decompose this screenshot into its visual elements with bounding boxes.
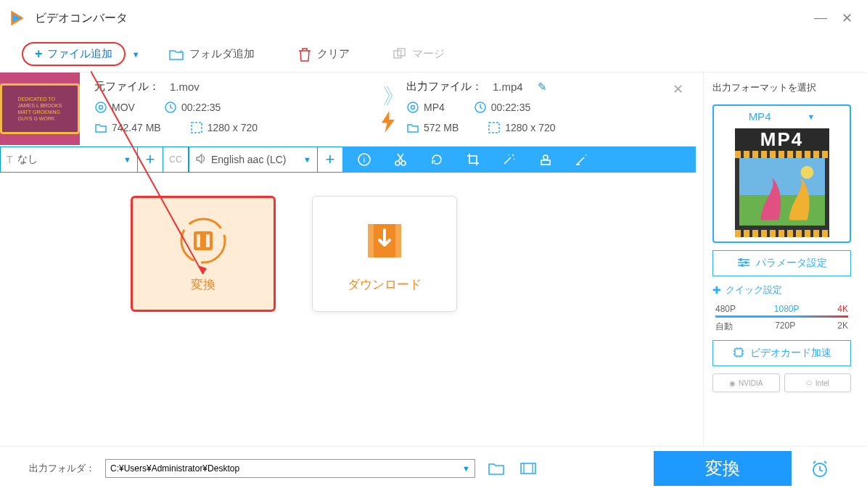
quick-settings-label: クイック設定	[726, 284, 782, 297]
format-preview: MP4	[735, 128, 829, 237]
quality-4k: 4K	[837, 304, 848, 314]
gpu-accel-label: ビデオカード加速	[750, 347, 831, 360]
chevron-down-icon: ▼	[123, 155, 131, 164]
svg-rect-19	[197, 234, 200, 247]
nvidia-label: NVIDIA	[739, 379, 763, 387]
svg-point-7	[408, 102, 418, 112]
remove-file-button[interactable]: ✕	[673, 81, 683, 97]
svg-point-14	[401, 161, 406, 165]
app-logo-icon	[7, 8, 28, 28]
source-file-name: 1.mov	[170, 80, 200, 93]
svg-rect-22	[368, 224, 374, 257]
add-audio-button[interactable]: +	[317, 146, 343, 173]
merge-button: マージ	[393, 47, 445, 61]
add-folder-button[interactable]: + フォルダ追加	[169, 47, 255, 61]
svg-rect-28	[735, 349, 742, 356]
quality-slider[interactable]: 480P 1080P 4K 自動 720P 2K	[712, 304, 851, 333]
svg-rect-18	[194, 231, 213, 250]
bolt-icon	[377, 111, 399, 136]
file-item: DEDICATED TOJAMES L BROOKSMATT GROENINGG…	[0, 73, 696, 145]
folder-icon	[406, 121, 419, 134]
svg-point-3	[96, 102, 106, 112]
nvidia-eye-icon: ◉	[729, 379, 736, 387]
cut-button[interactable]	[393, 152, 408, 167]
intel-label: Intel	[815, 379, 829, 387]
source-format: MOV	[112, 102, 135, 113]
folder-plus-icon: +	[169, 49, 184, 60]
conversion-arrow	[370, 80, 406, 141]
schedule-button[interactable]	[802, 451, 838, 486]
svg-point-27	[741, 264, 744, 267]
gpu-accel-button[interactable]: ビデオカード加速	[712, 340, 851, 366]
crop-button[interactable]	[466, 152, 480, 167]
open-folder-button[interactable]	[485, 459, 507, 478]
close-button[interactable]: ✕	[842, 10, 852, 26]
svg-rect-6	[192, 123, 202, 133]
plus-marker-icon: ✚	[712, 284, 721, 296]
svg-text:i: i	[363, 155, 365, 164]
disc-icon	[94, 101, 107, 114]
svg-rect-15	[541, 160, 550, 165]
resolution-icon	[190, 121, 203, 134]
subtitle-value: なし	[17, 153, 38, 166]
download-card[interactable]: ダウンロード	[312, 196, 457, 312]
video-thumbnail[interactable]: DEDICATED TOJAMES L BROOKSMATT GROENINGG…	[0, 73, 80, 145]
source-file-label: 元ファイル：	[94, 80, 160, 94]
bottom-bar: 出力フォルダ： C:¥Users¥Administrator¥Desktop ▼…	[0, 446, 867, 489]
plus-icon: +	[35, 46, 43, 62]
source-resolution: 1280 x 720	[207, 122, 258, 133]
subtitle-select[interactable]: T なし ▼	[0, 146, 138, 173]
download-card-label: ダウンロード	[348, 276, 422, 293]
parameter-settings-button[interactable]: パラメータ設定	[712, 250, 851, 276]
intel-icon: ⬭	[806, 379, 813, 387]
nvidia-chip: ◉ NVIDIA	[712, 373, 780, 392]
effects-button[interactable]	[502, 152, 517, 167]
watermark-button[interactable]	[538, 152, 553, 167]
folder-icon	[94, 121, 107, 134]
convert-icon	[178, 215, 229, 266]
svg-rect-20	[206, 234, 210, 247]
enhance-button[interactable]	[575, 152, 589, 167]
resolution-icon	[488, 121, 501, 134]
audio-select[interactable]: English aac (LC) ▼	[189, 146, 318, 173]
format-preview-label: MP4	[735, 128, 829, 151]
main-toolbar: + ファイル追加 ▼ + フォルダ追加 クリア マージ	[0, 36, 867, 73]
media-folder-button[interactable]	[517, 459, 539, 478]
selected-format: MP4	[749, 110, 771, 123]
source-size: 742.47 MB	[112, 122, 161, 133]
output-duration: 00:22:35	[491, 102, 531, 113]
add-file-label: ファイル追加	[47, 47, 112, 61]
quality-2k: 2K	[837, 321, 848, 333]
convert-button[interactable]: 変換	[654, 451, 792, 486]
merge-label: マージ	[412, 47, 445, 61]
add-subtitle-button[interactable]: +	[137, 146, 163, 173]
intel-chip: ⬭ Intel	[784, 373, 852, 392]
svg-rect-10	[489, 123, 499, 133]
title-bar: ビデオコンバータ — ✕	[0, 0, 867, 36]
edit-output-name-button[interactable]: ✎	[538, 80, 547, 94]
output-resolution: 1280 x 720	[505, 122, 555, 133]
output-file-label: 出力ファイル：	[406, 80, 482, 94]
output-size: 572 MB	[424, 122, 459, 133]
add-file-button[interactable]: + ファイル追加 ▼	[22, 42, 126, 66]
rotate-button[interactable]	[430, 152, 444, 167]
minimize-button[interactable]: —	[814, 10, 827, 26]
quality-1080p: 1080P	[774, 304, 800, 314]
text-icon: T	[7, 154, 13, 165]
svg-rect-29	[521, 463, 535, 474]
chevron-down-icon[interactable]: ▼	[132, 50, 140, 59]
sliders-icon	[737, 257, 750, 270]
clear-button[interactable]: クリア	[298, 47, 350, 62]
convert-card[interactable]: 変換	[131, 196, 276, 312]
disc-icon	[406, 101, 419, 114]
chip-icon	[733, 347, 744, 360]
quick-settings-header: ✚ クイック設定	[712, 284, 851, 297]
output-folder-label: 出力フォルダ：	[29, 462, 95, 475]
output-path-select[interactable]: C:¥Users¥Administrator¥Desktop ▼	[105, 459, 475, 478]
info-button[interactable]: i	[357, 152, 371, 167]
audio-value: English aac (LC)	[211, 154, 287, 165]
format-selector[interactable]: MP4 ▼ MP4	[712, 104, 851, 243]
output-format-title: 出力フォーマットを選択	[712, 81, 851, 94]
cc-button[interactable]: CC	[163, 146, 189, 173]
merge-icon	[393, 48, 406, 61]
